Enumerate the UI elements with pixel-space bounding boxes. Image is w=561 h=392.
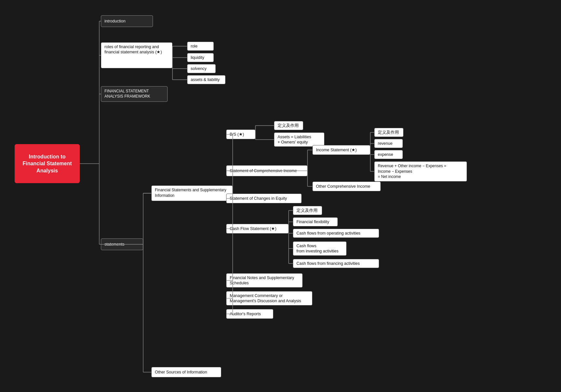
bs-node: B/S (★) xyxy=(226,129,255,139)
revenue-label: revenue xyxy=(378,141,392,146)
statements-label: statements xyxy=(104,242,124,247)
root-label: Introduction toFinancial StatementAnalys… xyxy=(22,153,72,174)
other-comp-income-node: Other Comprehensive Income xyxy=(312,182,381,191)
cf-def-label: 定义及作用 xyxy=(296,208,318,213)
statements-node: statements xyxy=(101,238,143,250)
cf-operating-node: Cash flows from operating activities xyxy=(293,229,379,238)
comp-income-node: Statement of Comprehensive Income xyxy=(226,165,308,176)
bs-eq-node: Assets = Liabilities+ Owners' equity xyxy=(274,132,324,147)
income-stmt-label: Income Statement (★) xyxy=(316,147,357,153)
fin-statements-node: Financial Statements and Supplementary I… xyxy=(151,185,233,201)
inc-def-node: 定义及作用 xyxy=(374,128,404,137)
inc-def-label: 定义及作用 xyxy=(378,130,399,135)
bs-eq-label: Assets = Liabilities+ Owners' equity xyxy=(278,135,311,144)
bs-def-label: 定义及作用 xyxy=(278,123,299,128)
auditor-reports-node: Auditor's Reports xyxy=(226,309,273,319)
cf-investing-node: Cash flowsfrom investing activities xyxy=(293,241,347,256)
mgmt-commentary-node: Management Commentary orManagement's Dis… xyxy=(226,291,312,305)
fin-statements-label: Financial Statements and Supplementary I… xyxy=(155,188,226,198)
fin-notes-node: Financial Notes and Supplementary Schedu… xyxy=(226,273,303,288)
liquidity-node: liquidity xyxy=(187,53,214,62)
bs-def-node: 定义及作用 xyxy=(274,121,303,130)
net-income-label: Revenue + Other income − Expenses =Incom… xyxy=(378,164,446,179)
cash-flow-node: Cash Flow Statement (★) xyxy=(226,224,289,234)
cash-flow-label: Cash Flow Statement (★) xyxy=(230,226,276,231)
cf-financing-label: Cash flows from financing activities xyxy=(296,261,360,266)
income-stmt-node: Income Statement (★) xyxy=(312,145,370,155)
other-sources-node: Other Sources of Information xyxy=(151,367,221,377)
role-node: role xyxy=(187,42,214,51)
stmt-changes-equity-label: Statement of Changes in Equity xyxy=(230,196,287,201)
revenue-node: revenue xyxy=(374,139,403,148)
cf-def-node: 定义及作用 xyxy=(293,206,322,215)
cf-flex-node: Financial flexibility xyxy=(293,217,338,226)
cf-investing-label: Cash flowsfrom investing activities xyxy=(296,244,338,253)
root-node: Introduction toFinancial StatementAnalys… xyxy=(15,144,80,183)
framework-node: FINANCIAL STATEMENTANALYSIS FRAMEWORK xyxy=(101,86,168,102)
cf-financing-node: Cash flows from financing activities xyxy=(293,259,379,268)
expense-node: expense xyxy=(374,150,403,159)
mgmt-commentary-label: Management Commentary orManagement's Dis… xyxy=(230,293,301,303)
liquidity-label: liquidity xyxy=(191,55,204,60)
introduction-label: introduction xyxy=(104,19,126,24)
expense-label: expense xyxy=(378,152,393,157)
auditor-reports-label: Auditor's Reports xyxy=(230,311,261,317)
net-income-node: Revenue + Other income − Expenses =Incom… xyxy=(374,161,467,182)
bs-label: B/S (★) xyxy=(230,132,244,137)
assets-liability-node: assets & liability xyxy=(187,75,226,84)
comp-income-label: Statement of Comprehensive Income xyxy=(230,168,297,173)
framework-label: FINANCIAL STATEMENTANALYSIS FRAMEWORK xyxy=(104,89,150,99)
cf-operating-label: Cash flows from operating activities xyxy=(296,231,361,236)
role-label: role xyxy=(191,44,198,49)
cf-flex-label: Financial flexibility xyxy=(296,219,329,224)
assets-liability-label: assets & liability xyxy=(191,77,220,82)
stmt-changes-equity-node: Statement of Changes in Equity xyxy=(226,194,302,203)
fin-notes-label: Financial Notes and Supplementary Schedu… xyxy=(230,276,294,285)
solvency-label: solvency xyxy=(191,66,207,71)
other-comp-income-label: Other Comprehensive Income xyxy=(316,184,370,189)
roles-label: roles of financial reporting and financi… xyxy=(104,45,162,54)
solvency-node: solvency xyxy=(187,64,216,73)
other-sources-label: Other Sources of Information xyxy=(155,370,207,375)
introduction-node: introduction xyxy=(101,15,153,27)
roles-node: roles of financial reporting and financi… xyxy=(101,42,172,68)
